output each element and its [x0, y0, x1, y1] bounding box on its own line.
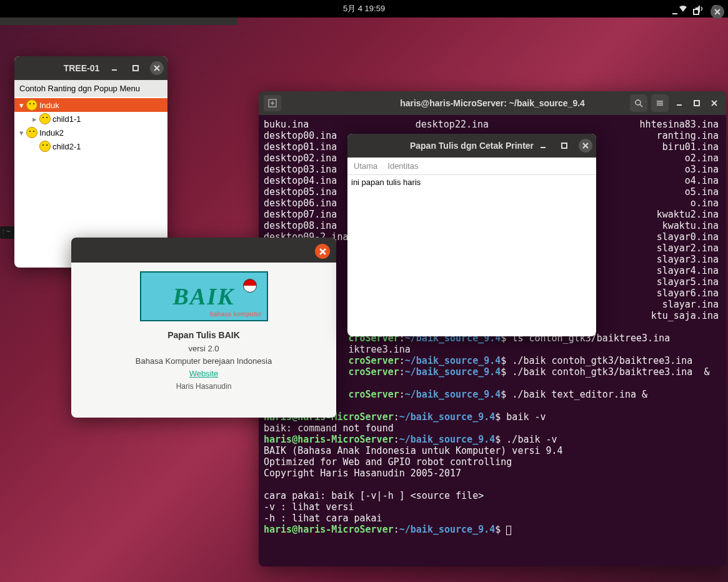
tree-item-induk2[interactable]: ▾ Induk2: [14, 126, 167, 139]
search-button[interactable]: [630, 94, 647, 112]
panel-datetime: 5月 4 19:59: [343, 3, 385, 14]
minimize-button[interactable]: [107, 61, 121, 75]
terminal-title: haris@haris-MicroServer: ~/baik_source_9…: [400, 98, 585, 108]
face-icon: [26, 127, 37, 138]
svg-line-6: [640, 104, 642, 107]
app-logo: BAIK bahasa komputer: [140, 271, 268, 321]
about-dialog: BAIK bahasa komputer Papan Tulis BAIK ve…: [71, 238, 336, 418]
maximize-button[interactable]: [129, 61, 142, 75]
papan-menubar: Utama Identitas: [347, 158, 596, 175]
about-website-link[interactable]: Website: [189, 369, 219, 378]
tree-item-label: Induk2: [39, 128, 64, 138]
menu-utama[interactable]: Utama: [354, 161, 377, 171]
tree-item-label: Induk: [39, 101, 59, 110]
minimize-button[interactable]: [536, 139, 550, 153]
tree-column-header[interactable]: Contoh Ranting dgn Popup Menu: [14, 80, 167, 97]
tree-item-label: child2-1: [52, 142, 81, 151]
tree-window-title: TREE-01: [64, 63, 100, 73]
terminal-cursor: [506, 526, 511, 535]
svg-rect-19: [133, 66, 138, 71]
papan-window-title: Papan Tulis dgn Cetak Printer: [410, 141, 534, 151]
papan-tulis-window: Papan Tulis dgn Cetak Printer Utama Iden…: [347, 134, 596, 336]
close-button[interactable]: [579, 139, 592, 153]
logo-subtitle: bahasa komputer: [210, 311, 262, 318]
svg-rect-15: [694, 9, 699, 14]
face-icon: [39, 113, 51, 124]
tree-item-child1-1[interactable]: ▸ child1-1: [14, 112, 167, 126]
maximize-button[interactable]: [557, 139, 571, 153]
logo-text: BAIK: [173, 283, 235, 310]
tree-body: ▾ Induk ▸ child1-1 ▾ Induk2 child2-1: [14, 97, 167, 154]
close-button[interactable]: [150, 61, 164, 75]
tree-window: TREE-01 Contoh Ranting dgn Popup Menu ▾ …: [14, 56, 167, 268]
menu-identitas[interactable]: Identitas: [387, 161, 418, 171]
svg-point-5: [636, 100, 641, 105]
close-button[interactable]: [711, 5, 724, 19]
close-button[interactable]: [315, 244, 330, 259]
maximize-button[interactable]: [690, 96, 704, 110]
new-tab-button[interactable]: [264, 95, 281, 111]
papan-titlebar[interactable]: Papan Tulis dgn Cetak Printer: [347, 134, 596, 158]
maximize-button[interactable]: [689, 5, 703, 19]
expander-icon[interactable]: ▾: [18, 128, 24, 138]
menu-button[interactable]: [651, 94, 669, 112]
terminal-titlebar[interactable]: haris@haris-MicroServer: ~/baik_source_9…: [259, 91, 726, 115]
tree-titlebar[interactable]: TREE-01: [14, 56, 167, 80]
minimize-button[interactable]: [672, 96, 686, 110]
expander-icon[interactable]: ▾: [18, 101, 24, 110]
about-author: Haris Hasanudin: [80, 382, 327, 391]
about-content: BAIK bahasa komputer Papan Tulis BAIK ve…: [71, 263, 336, 399]
minimize-button[interactable]: [668, 5, 682, 19]
face-icon: [39, 141, 51, 152]
expander-icon[interactable]: ▸: [31, 114, 37, 124]
about-version: versi 2.0: [80, 344, 327, 353]
svg-rect-25: [562, 143, 567, 148]
about-description: Bahasa Komputer berejaan Indonesia: [80, 356, 327, 366]
about-titlebar[interactable]: [71, 238, 336, 263]
logo-ball-icon: [243, 279, 257, 293]
top-panel: 5月 4 19:59: [0, 0, 728, 18]
face-icon: [26, 99, 37, 111]
tree-item-child2-1[interactable]: child2-1: [14, 139, 167, 153]
close-button[interactable]: [707, 96, 721, 110]
about-app-name: Papan Tulis BAIK: [80, 330, 327, 340]
tree-item-induk[interactable]: ▾ Induk: [14, 98, 167, 112]
svg-rect-11: [694, 101, 699, 106]
tree-item-label: child1-1: [52, 114, 81, 124]
papan-text-area[interactable]: ini papan tulis haris: [347, 175, 596, 189]
